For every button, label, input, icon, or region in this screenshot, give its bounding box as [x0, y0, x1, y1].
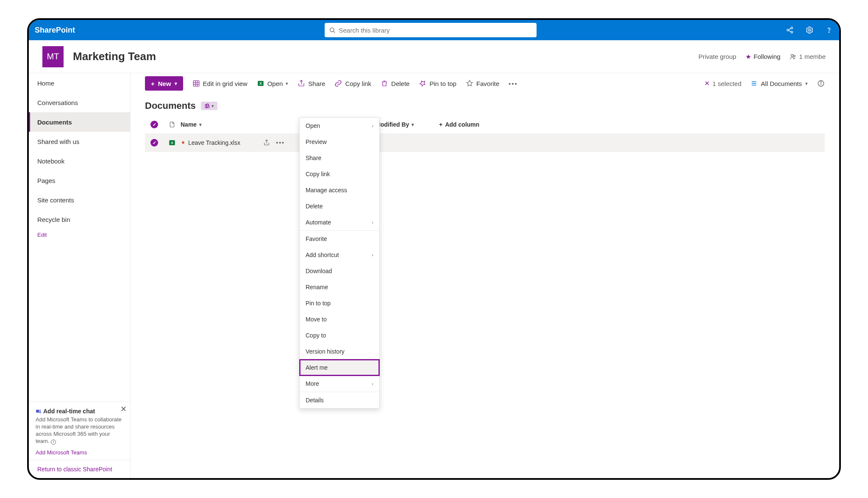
- nav-shared[interactable]: Shared with us: [29, 132, 130, 151]
- link-icon: [334, 80, 342, 87]
- copy-link-button[interactable]: Copy link: [334, 80, 371, 87]
- close-icon[interactable]: ✕: [120, 404, 127, 414]
- sidebar: Home Conversations Documents Shared with…: [29, 73, 131, 478]
- settings-icon[interactable]: [805, 26, 814, 34]
- pin-button[interactable]: Pin to top: [419, 80, 456, 87]
- share-row-icon[interactable]: [263, 139, 270, 146]
- nav-conversations[interactable]: Conversations: [29, 93, 130, 112]
- svg-rect-14: [193, 80, 199, 86]
- promo-text: Add Microsoft Teams to collaborate in re…: [36, 416, 123, 445]
- main: + New ▾ Edit in grid view X Open ▾ Share: [131, 73, 839, 478]
- search-box[interactable]: [325, 23, 537, 37]
- edit-grid-button[interactable]: Edit in grid view: [192, 80, 248, 87]
- library-title: Documents: [145, 100, 196, 111]
- search-icon: [329, 27, 336, 33]
- menu-automate[interactable]: Automate›: [300, 214, 379, 230]
- new-button[interactable]: + New ▾: [145, 76, 183, 91]
- more-button[interactable]: •••: [509, 80, 518, 87]
- file-name[interactable]: Leave Tracking.xlsx: [188, 139, 240, 146]
- menu-details[interactable]: Details: [300, 392, 379, 408]
- svg-point-9: [791, 54, 793, 56]
- delete-button[interactable]: Delete: [381, 80, 409, 87]
- clear-selection-icon[interactable]: ✕: [704, 80, 710, 87]
- pin-icon: [419, 80, 426, 87]
- help-icon[interactable]: [825, 26, 833, 34]
- add-column-button[interactable]: +Add column: [439, 121, 479, 128]
- file-type-icon[interactable]: [169, 121, 175, 128]
- share-site-icon[interactable]: [786, 26, 794, 34]
- members-icon: [790, 53, 796, 60]
- more-row-icon[interactable]: •••: [276, 139, 285, 146]
- nav-home[interactable]: Home: [29, 73, 130, 93]
- menu-more[interactable]: More›: [300, 376, 379, 392]
- row-checkbox[interactable]: [150, 139, 158, 147]
- grid-icon: [192, 80, 200, 87]
- share-button[interactable]: Share: [298, 80, 325, 87]
- new-indicator-icon: [181, 140, 186, 145]
- svg-point-7: [809, 29, 811, 31]
- search-input[interactable]: [339, 27, 532, 34]
- chevron-right-icon: ›: [372, 123, 373, 128]
- share-icon: [298, 80, 305, 87]
- favorite-button[interactable]: Favorite: [466, 80, 499, 87]
- site-header: MT Marketing Team Private group ★ Follow…: [29, 40, 839, 73]
- table-row[interactable]: X Leave Tracking.xlsx ••• laudia: [145, 133, 825, 152]
- menu-delete[interactable]: Delete: [300, 198, 379, 214]
- menu-add-shortcut[interactable]: Add shortcut›: [300, 247, 379, 263]
- menu-preview[interactable]: Preview: [300, 134, 379, 150]
- menu-move-to[interactable]: Move to: [300, 311, 379, 327]
- nav-recyclebin[interactable]: Recycle bin: [29, 210, 130, 229]
- site-logo[interactable]: MT: [42, 46, 64, 67]
- column-name[interactable]: Name▾: [181, 121, 303, 128]
- star-outline-icon: [466, 80, 473, 87]
- svg-line-1: [334, 31, 335, 33]
- svg-point-10: [794, 55, 796, 57]
- info-icon[interactable]: [817, 80, 825, 87]
- select-all-checkbox[interactable]: [150, 121, 158, 128]
- nav-documents[interactable]: Documents: [29, 112, 130, 132]
- nav-notebook[interactable]: Notebook: [29, 151, 130, 171]
- library-view-icon-button[interactable]: ▾: [201, 102, 217, 110]
- chevron-down-icon: ▾: [805, 81, 808, 86]
- svg-rect-11: [36, 410, 39, 413]
- chevron-right-icon: ›: [372, 381, 373, 386]
- view-switcher[interactable]: All Documents ▾: [751, 80, 808, 87]
- nav: Home Conversations Documents Shared with…: [29, 73, 130, 401]
- excel-app-icon: X: [257, 80, 264, 87]
- classic-link[interactable]: Return to classic SharePoint: [29, 460, 130, 478]
- open-button[interactable]: X Open ▾: [257, 80, 289, 87]
- chevron-right-icon: ›: [372, 252, 373, 257]
- info-icon[interactable]: i: [51, 440, 56, 445]
- menu-manage-access[interactable]: Manage access: [300, 182, 379, 198]
- nav-edit-link[interactable]: Edit: [29, 229, 130, 241]
- svg-line-6: [789, 30, 791, 32]
- site-title[interactable]: Marketing Team: [73, 50, 698, 63]
- chevron-right-icon: ›: [372, 220, 373, 225]
- star-icon: ★: [746, 53, 751, 61]
- column-modified-by[interactable]: Modified By▾: [376, 121, 439, 128]
- menu-pin-to-top[interactable]: Pin to top: [300, 295, 379, 311]
- menu-favorite[interactable]: Favorite: [300, 231, 379, 247]
- svg-rect-28: [205, 105, 206, 108]
- menu-download[interactable]: Download: [300, 263, 379, 279]
- menu-alert-me[interactable]: Alert me: [300, 360, 379, 376]
- brand-label[interactable]: SharePoint: [35, 26, 75, 35]
- menu-copy-to[interactable]: Copy to: [300, 327, 379, 343]
- selection-count[interactable]: ✕ 1 selected: [704, 80, 741, 87]
- app-frame: SharePoint MT Marketing Team Private gro…: [27, 18, 841, 480]
- svg-line-5: [789, 28, 791, 30]
- menu-open[interactable]: Open›: [300, 118, 379, 134]
- add-teams-link[interactable]: Add Microsoft Teams: [36, 449, 123, 456]
- excel-file-icon: X: [168, 139, 176, 147]
- menu-rename[interactable]: Rename: [300, 279, 379, 295]
- menu-copy-link[interactable]: Copy link: [300, 166, 379, 182]
- following-button[interactable]: ★ Following: [746, 53, 780, 61]
- menu-version-history[interactable]: Version history: [300, 343, 379, 360]
- menu-share[interactable]: Share: [300, 150, 379, 166]
- chevron-down-icon: ▾: [175, 81, 177, 86]
- nav-pages[interactable]: Pages: [29, 171, 130, 190]
- folder-stack-icon: [204, 103, 210, 109]
- suite-bar: SharePoint: [29, 20, 839, 40]
- nav-sitecontents[interactable]: Site contents: [29, 190, 130, 210]
- members-count[interactable]: 1 membe: [790, 53, 826, 60]
